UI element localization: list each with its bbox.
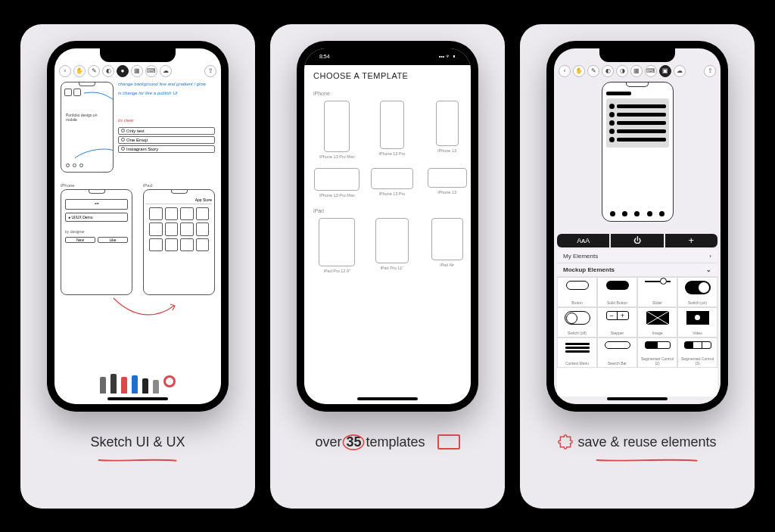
like-button: Like — [98, 237, 128, 243]
eraser-tool[interactable] — [153, 380, 159, 394]
app-header: App Store — [146, 198, 212, 204]
pen-tool[interactable]: ✎ — [88, 65, 100, 77]
text-tool[interactable]: ⌨ — [145, 65, 157, 77]
menu-icon — [64, 89, 72, 96]
chevron-down-icon: ⌄ — [706, 266, 711, 273]
phone-screen: ‹ ✋ ✎ ◐ ● ▦ ⌨ ☁ ⇪ Portfolio desi — [54, 48, 221, 404]
pen-tray[interactable] — [61, 369, 215, 394]
home-indicator — [107, 397, 168, 400]
showcase-card-1: ‹ ✋ ✎ ◐ ● ▦ ⌨ ☁ ⇪ Portfolio desi — [20, 24, 255, 509]
panel-mockup-elements[interactable]: Mockup Elements⌄ — [557, 263, 717, 277]
template-item[interactable]: iPhone 13 Pro Max — [313, 101, 361, 159]
element-segmented-3[interactable]: Segmented Control (3) — [677, 338, 717, 368]
circled-number: 35 — [346, 434, 361, 450]
text-tool[interactable]: ⌨ — [645, 65, 657, 77]
by-line: by designer — [65, 229, 128, 234]
panel-tabs: AᴀA ⏻ + — [557, 234, 717, 247]
phone-screen: ‹ ✋ ✎ ◐ ◑ ▦ ⌨ ▣ ☁ ⇪ — [554, 48, 721, 404]
app-icon-grid — [146, 204, 212, 255]
template-item[interactable]: iPad Pro 11" — [369, 218, 416, 273]
pen-tool-dark[interactable] — [110, 374, 117, 394]
red-square-annotation — [437, 434, 460, 450]
elements-panel: My Elements› Mockup Elements⌄ Button Sol… — [557, 250, 717, 397]
hand-tool[interactable]: ✋ — [573, 65, 585, 77]
share-button[interactable]: ⇪ — [204, 65, 216, 77]
phone-frame: 8:54 ••• ᯤ ▮ CHOOSE A TEMPLATE iPhone iP… — [297, 41, 478, 412]
grid-tool[interactable]: ▦ — [630, 65, 643, 77]
canvas-preview[interactable] — [562, 82, 713, 229]
pen-tool-red[interactable] — [121, 377, 127, 394]
tab-add[interactable]: + — [665, 234, 717, 247]
tab-text[interactable]: AᴀA — [557, 234, 609, 247]
svg-point-0 — [344, 434, 364, 449]
pen-tool-gray[interactable] — [100, 377, 106, 394]
editor-toolbar: ‹ ✋ ✎ ◐ ● ▦ ⌨ ☁ ⇪ — [59, 64, 216, 79]
home-indicator — [607, 397, 668, 400]
elements-tool-selected[interactable]: ▣ — [659, 65, 671, 77]
notch — [350, 48, 425, 62]
chat-icon — [73, 163, 76, 167]
element-slider[interactable]: Slider — [637, 277, 677, 307]
cloud-tool[interactable]: ☁ — [674, 65, 686, 77]
element-search-bar[interactable]: Search Bar — [597, 338, 637, 368]
shape-tool[interactable]: ◐ — [602, 65, 614, 77]
new-button: New — [65, 237, 95, 243]
element-video[interactable]: Video — [677, 307, 717, 338]
element-segmented-2[interactable]: Segmented Control (2) — [637, 338, 677, 368]
title-row: ● UI/UX Demo — [65, 213, 128, 222]
cloud-tool[interactable]: ☁ — [160, 65, 172, 77]
list-item: Instagram Story — [118, 145, 215, 153]
template-item[interactable]: iPhone 13 — [423, 168, 471, 198]
list-item: One Emoji — [118, 136, 215, 144]
element-solid-button[interactable]: Solid Button — [597, 277, 637, 307]
caption-text: save & reuse elements — [558, 434, 716, 450]
back-button[interactable]: ‹ — [59, 65, 71, 77]
mockup-preview — [602, 82, 674, 222]
hand-tool[interactable]: ✋ — [73, 65, 86, 77]
template-item[interactable]: iPhone 13 — [423, 101, 471, 159]
element-switch-off[interactable]: Switch (off) — [557, 307, 597, 338]
sketch-canvas[interactable]: Portfolio design on mobile change backg — [61, 82, 215, 366]
notch — [100, 48, 176, 62]
showcase-card-2: 8:54 ••• ᯤ ▮ CHOOSE A TEMPLATE iPhone iP… — [270, 24, 505, 509]
pen-tool-black[interactable] — [142, 378, 148, 394]
element-image[interactable]: Image — [637, 307, 677, 338]
contrast-tool[interactable]: ◑ — [616, 65, 628, 77]
handwritten-note: is change for like a publish UI — [118, 91, 215, 95]
handwritten-note: change background line and gradient / gl… — [118, 82, 215, 86]
phone-screen: 8:54 ••• ᯤ ▮ CHOOSE A TEMPLATE iPhone iP… — [304, 48, 471, 404]
card-title: Portfolio design on mobile — [66, 113, 108, 122]
template-item[interactable]: iPhone 13 Pro — [369, 101, 416, 159]
share-icon — [79, 163, 83, 167]
template-item[interactable]: iPhone 13 Pro Max — [313, 168, 361, 198]
pen-tool-blue[interactable] — [132, 375, 138, 394]
phone-frame: ‹ ✋ ✎ ◐ ◑ ▦ ⌨ ▣ ☁ ⇪ — [546, 41, 728, 412]
selected-tool[interactable]: ● — [117, 65, 129, 77]
section-label-ipad: iPad — [313, 208, 471, 213]
element-switch-on[interactable]: Switch (on) — [677, 277, 717, 307]
panel-my-elements[interactable]: My Elements› — [557, 250, 717, 263]
template-item[interactable]: iPad Air — [423, 218, 471, 273]
red-underline — [90, 450, 185, 455]
caption-text: Sketch UI & UX — [90, 434, 185, 450]
device-label: iPad — [143, 183, 215, 188]
back-button[interactable]: ‹ — [559, 65, 571, 77]
tab-export[interactable]: ⏻ — [611, 234, 663, 247]
shape-tool[interactable]: ◐ — [102, 65, 114, 77]
element-button[interactable]: Button — [557, 277, 597, 307]
grid-tool[interactable]: ▦ — [131, 65, 143, 77]
share-button[interactable]: ⇪ — [704, 65, 716, 77]
element-context-menu[interactable]: Context Menu — [557, 338, 597, 368]
home-indicator — [357, 397, 418, 400]
section-label-iphone: iPhone — [313, 91, 471, 96]
template-item[interactable]: iPhone 13 Pro — [369, 168, 416, 198]
caption-text: over 35 templates — [315, 434, 459, 450]
device-label: iPhone — [61, 183, 132, 188]
heart-icon — [66, 163, 70, 167]
handwritten-note: its clear — [118, 118, 215, 123]
element-stepper[interactable]: −+Stepper — [597, 307, 637, 338]
color-picker[interactable] — [163, 375, 176, 387]
pen-tool[interactable]: ✎ — [587, 65, 599, 77]
editor-toolbar: ‹ ✋ ✎ ◐ ◑ ▦ ⌨ ▣ ☁ ⇪ — [559, 64, 716, 79]
template-item[interactable]: iPad Pro 12.9" — [313, 218, 361, 273]
